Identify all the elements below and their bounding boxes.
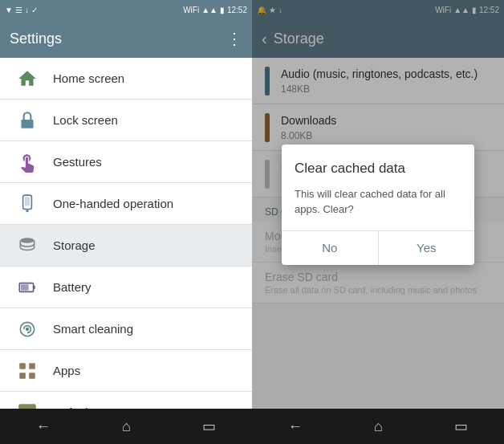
settings-list: Home screen Lock screen Gestures One-han… <box>0 58 252 409</box>
settings-item-gestures[interactable]: Gestures <box>0 141 252 183</box>
storage-label: Storage <box>53 238 96 252</box>
settings-item-home-screen[interactable]: Home screen <box>0 58 252 100</box>
svg-rect-7 <box>21 284 29 291</box>
svg-rect-2 <box>25 197 30 206</box>
left-nav-bar: ← ⌂ ▭ <box>0 409 252 444</box>
left-recent-button[interactable]: ▭ <box>202 418 216 435</box>
screenshot-icon: ☰ <box>15 6 22 14</box>
left-home-button[interactable]: ⌂ <box>122 418 131 435</box>
storage-icon <box>13 231 42 260</box>
more-options-button[interactable]: ⋮ <box>226 29 242 48</box>
check-icon: ✓ <box>31 6 38 14</box>
one-handed-icon <box>13 189 42 218</box>
left-back-button[interactable]: ← <box>36 418 51 435</box>
battery-settings-icon <box>13 273 42 302</box>
right-recent-button[interactable]: ▭ <box>454 418 468 435</box>
svg-rect-13 <box>29 373 35 379</box>
battery-icon: ▮ <box>220 6 225 14</box>
right-panel: 🔔 ★ ↓ WiFi ▲▲ ▮ 12:52 ‹ Storage Audio (m… <box>252 0 504 444</box>
clear-cache-dialog: Clear cached data This will clear cached… <box>282 145 474 265</box>
dialog-message: This will clear cached data for all apps… <box>295 186 461 218</box>
gestures-icon <box>13 148 42 177</box>
status-bar-right-icons: WiFi ▲▲ ▮ 12:52 <box>183 6 247 14</box>
svg-rect-0 <box>21 119 33 128</box>
wifi-icon: WiFi <box>183 6 199 14</box>
apps-icon <box>13 356 42 385</box>
settings-item-one-handed[interactable]: One-handed operation <box>0 183 252 225</box>
right-back-button[interactable]: ← <box>288 418 303 435</box>
left-toolbar-title: Settings <box>10 31 62 47</box>
dialog-yes-button[interactable]: Yes <box>379 231 475 265</box>
dialog-overlay: Clear cached data This will clear cached… <box>252 0 504 409</box>
gestures-label: Gestures <box>53 155 102 169</box>
apps-label: Apps <box>53 364 80 377</box>
left-toolbar: Settings ⋮ <box>0 19 252 58</box>
settings-item-battery[interactable]: Battery <box>0 267 252 308</box>
lock-screen-icon <box>13 106 42 135</box>
settings-item-smart-cleaning[interactable]: Smart cleaning <box>0 308 252 350</box>
smart-cleaning-icon <box>13 315 42 344</box>
svg-rect-10 <box>19 363 26 369</box>
settings-item-storage[interactable]: Storage <box>0 225 252 267</box>
settings-item-apps[interactable]: Apps <box>0 350 252 392</box>
status-bar-left-icons: ▼ ☰ ↓ ✓ <box>5 6 38 14</box>
dialog-title: Clear cached data <box>295 161 461 177</box>
notification-icon: ▼ <box>5 6 13 14</box>
left-panel: ▼ ☰ ↓ ✓ WiFi ▲▲ ▮ 12:52 Settings ⋮ Home … <box>0 0 252 444</box>
one-handed-label: One-handed operation <box>53 197 173 210</box>
svg-point-3 <box>26 210 28 212</box>
svg-point-9 <box>26 327 29 330</box>
home-screen-label: Home screen <box>53 71 124 85</box>
dialog-buttons: No Yes <box>282 230 474 265</box>
home-screen-icon <box>13 64 42 93</box>
right-home-button[interactable]: ⌂ <box>374 418 383 435</box>
signal-icon: ▲▲ <box>201 6 217 14</box>
dialog-no-button[interactable]: No <box>282 231 379 265</box>
svg-rect-6 <box>34 285 35 288</box>
default-message-icon <box>13 398 42 409</box>
dl-icon: ↓ <box>25 6 29 14</box>
lock-screen-label: Lock screen <box>53 113 118 127</box>
settings-item-default-message[interactable]: Default message app <box>0 392 252 409</box>
svg-rect-12 <box>19 373 26 379</box>
svg-point-4 <box>20 238 34 243</box>
left-status-bar: ▼ ☰ ↓ ✓ WiFi ▲▲ ▮ 12:52 <box>0 0 252 19</box>
svg-rect-11 <box>29 363 35 369</box>
smart-cleaning-label: Smart cleaning <box>53 322 133 336</box>
left-time: 12:52 <box>227 6 247 14</box>
settings-item-lock-screen[interactable]: Lock screen <box>0 100 252 141</box>
right-nav-bar: ← ⌂ ▭ <box>252 409 504 444</box>
battery-label: Battery <box>53 280 91 294</box>
